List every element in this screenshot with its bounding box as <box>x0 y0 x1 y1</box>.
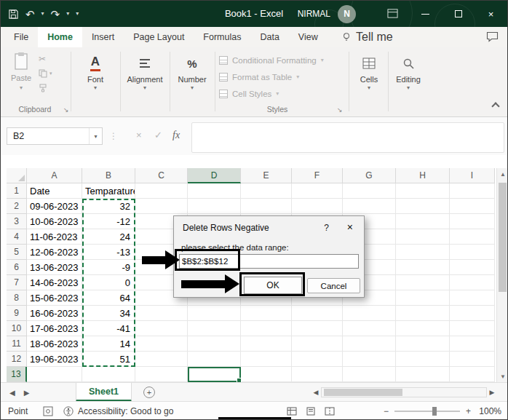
tab-insert[interactable]: Insert <box>82 27 124 47</box>
column-header-F[interactable]: F <box>292 168 343 183</box>
cell-H13[interactable] <box>396 367 450 382</box>
cell-D1[interactable] <box>188 183 241 199</box>
cell-I12[interactable] <box>450 352 495 367</box>
avatar[interactable]: N <box>338 5 356 23</box>
cell-F12[interactable] <box>292 352 343 367</box>
tab-formulas[interactable]: Formulas <box>194 27 250 47</box>
comments-icon[interactable] <box>486 31 499 42</box>
cell-B11[interactable]: 14 <box>82 336 135 352</box>
cell-G2[interactable] <box>343 199 396 214</box>
cell-H3[interactable] <box>396 214 450 229</box>
cancel-button[interactable]: Cancel <box>307 278 360 293</box>
column-header-I[interactable]: I <box>450 168 495 183</box>
cell-B1[interactable]: Temparature <box>82 183 135 199</box>
cell-A3[interactable]: 10-06-2023 <box>27 214 82 229</box>
cell-I2[interactable] <box>450 199 495 214</box>
undo-icon[interactable]: ↶ <box>25 9 35 20</box>
customize-qat-icon[interactable]: ▾ <box>76 11 79 17</box>
row-header-13[interactable]: 13 <box>7 367 27 382</box>
cell-F9[interactable] <box>292 306 343 321</box>
horizontal-scrollbar[interactable]: ◀ ▶ <box>311 387 497 398</box>
tab-view[interactable]: View <box>289 27 328 47</box>
cell-H7[interactable] <box>396 275 450 290</box>
cell-B9[interactable]: 34 <box>82 306 135 321</box>
cell-E11[interactable] <box>241 336 292 352</box>
cell-C12[interactable] <box>135 352 188 367</box>
cell-I6[interactable] <box>450 260 495 275</box>
horizontal-scroll-thumb[interactable] <box>324 389 402 396</box>
cells-group-button[interactable]: Cells ▾ <box>352 52 386 91</box>
cell-F1[interactable] <box>292 183 343 199</box>
cell-A6[interactable]: 13-06-2023 <box>27 260 82 275</box>
normal-view-icon[interactable] <box>287 407 297 416</box>
cell-B5[interactable]: -13 <box>82 245 135 260</box>
new-sheet-button[interactable]: + <box>143 387 155 398</box>
account-area[interactable]: NIRMAL N <box>298 1 356 27</box>
cell-H8[interactable] <box>396 290 450 306</box>
column-header-D[interactable]: D <box>188 168 241 183</box>
cell-A7[interactable]: 14-06-2023 <box>27 275 82 290</box>
cell-F2[interactable] <box>292 199 343 214</box>
accessibility-status[interactable]: Accessibility: Good to go <box>63 402 173 420</box>
cell-C10[interactable] <box>135 321 188 336</box>
copy-button[interactable]: ▾ <box>39 68 52 79</box>
cell-I3[interactable] <box>450 214 495 229</box>
cell-I4[interactable] <box>450 229 495 245</box>
cell-I9[interactable] <box>450 306 495 321</box>
row-header-6[interactable]: 6 <box>7 260 27 275</box>
scroll-left-icon[interactable]: ◀ <box>311 389 321 396</box>
dialog-close-icon[interactable]: × <box>347 221 353 233</box>
cell-A11[interactable]: 18-06-2023 <box>27 336 82 352</box>
column-header-E[interactable]: E <box>241 168 292 183</box>
cell-H4[interactable] <box>396 229 450 245</box>
select-all-button[interactable] <box>7 168 27 183</box>
row-header-4[interactable]: 4 <box>7 229 27 245</box>
cell-H5[interactable] <box>396 245 450 260</box>
row-header-5[interactable]: 5 <box>7 245 27 260</box>
font-group-button[interactable]: A Font ▾ <box>74 52 117 91</box>
cell-I8[interactable] <box>450 290 495 306</box>
tab-data[interactable]: Data <box>250 27 288 47</box>
cell-B8[interactable]: 64 <box>82 290 135 306</box>
close-button[interactable]: × <box>475 1 507 27</box>
cell-A9[interactable]: 16-06-2023 <box>27 306 82 321</box>
name-box-dropdown-icon[interactable]: ▾ <box>89 128 102 144</box>
enter-entry-icon[interactable]: ✓ <box>154 130 162 140</box>
cell-C2[interactable] <box>135 199 188 214</box>
cell-H11[interactable] <box>396 336 450 352</box>
cell-B7[interactable]: 0 <box>82 275 135 290</box>
cell-H1[interactable] <box>396 183 450 199</box>
cancel-entry-icon[interactable]: × <box>136 130 142 140</box>
cell-B3[interactable]: -12 <box>82 214 135 229</box>
redo-dropdown-icon[interactable]: ▾ <box>66 11 69 17</box>
row-header-9[interactable]: 9 <box>7 306 27 321</box>
zoom-in-button[interactable]: + <box>466 406 471 416</box>
format-painter-button[interactable] <box>39 82 47 93</box>
cell-C9[interactable] <box>135 306 188 321</box>
cell-G9[interactable] <box>343 306 396 321</box>
cell-D2[interactable] <box>188 199 241 214</box>
column-header-C[interactable]: C <box>135 168 188 183</box>
ribbon-display-options-icon[interactable] <box>387 8 398 19</box>
row-header-11[interactable]: 11 <box>7 336 27 352</box>
cell-I13[interactable] <box>450 367 495 382</box>
cell-F13[interactable] <box>292 367 343 382</box>
dialog-help-button[interactable]: ? <box>324 223 329 233</box>
cell-G1[interactable] <box>343 183 396 199</box>
cell-C13[interactable] <box>135 367 188 382</box>
cell-I1[interactable] <box>450 183 495 199</box>
row-header-12[interactable]: 12 <box>7 352 27 367</box>
scroll-down-icon[interactable]: ▼ <box>497 371 508 382</box>
cell-A10[interactable]: 17-06-2023 <box>27 321 82 336</box>
paste-button[interactable]: Paste ▾ <box>7 52 36 91</box>
ok-button[interactable]: OK <box>244 277 302 294</box>
tell-me[interactable]: Tell me <box>341 27 393 47</box>
minimize-button[interactable] <box>409 1 442 27</box>
clipboard-dialog-launcher-icon[interactable]: ↘ <box>63 106 69 114</box>
cell-G10[interactable] <box>343 321 396 336</box>
collapse-ribbon-icon[interactable] <box>491 102 499 110</box>
row-header-3[interactable]: 3 <box>7 214 27 229</box>
zoom-out-button[interactable]: − <box>384 406 389 416</box>
maximize-button[interactable] <box>442 1 475 27</box>
cell-F11[interactable] <box>292 336 343 352</box>
